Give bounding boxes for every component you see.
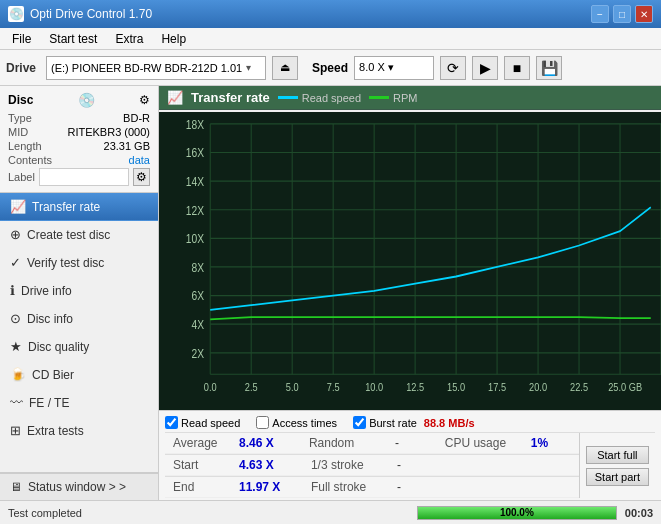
nav-item-disc-quality[interactable]: ★ Disc quality — [0, 333, 158, 361]
menu-help[interactable]: Help — [153, 30, 194, 48]
checkbox-read-speed[interactable]: Read speed — [165, 416, 240, 429]
svg-text:2X: 2X — [192, 347, 205, 360]
svg-text:0.0: 0.0 — [204, 381, 217, 393]
start-buttons-area: Start full Start part — [579, 433, 655, 498]
stat-random: Random - — [301, 433, 437, 454]
chart-container: 18X 16X 14X 12X 10X 8X 6X 4X 2X 0.0 2.5 … — [159, 112, 661, 410]
stats-area: Average 8.46 X Random - CPU usage 1% — [165, 433, 655, 498]
disc-mid-val: RITEKBR3 (000) — [67, 126, 150, 138]
fe-te-icon: 〰 — [10, 395, 23, 410]
disc-quality-icon: ★ — [10, 339, 22, 354]
start-part-button[interactable]: Start part — [586, 468, 649, 486]
svg-text:25.0 GB: 25.0 GB — [608, 381, 642, 393]
menu-file[interactable]: File — [4, 30, 39, 48]
nav-label-fe-te: FE / TE — [29, 396, 69, 410]
stat-empty2 — [441, 477, 579, 498]
legend-rpm-label: RPM — [393, 92, 417, 104]
checkbox-burst-rate-input[interactable] — [353, 416, 366, 429]
svg-text:10.0: 10.0 — [365, 381, 383, 393]
svg-text:18X: 18X — [186, 118, 205, 131]
legend-rpm-color — [369, 96, 389, 99]
svg-text:14X: 14X — [186, 175, 205, 188]
stop-button[interactable]: ■ — [504, 56, 530, 80]
disc-panel: Disc 💿 ⚙ Type BD-R MID RITEKBR3 (000) Le… — [0, 86, 158, 193]
disc-type-val: BD-R — [123, 112, 150, 124]
nav-item-cd-bier[interactable]: 🍺 CD Bier — [0, 361, 158, 389]
chart-title: Transfer rate — [191, 90, 270, 105]
speed-label: Speed — [312, 61, 348, 75]
legend-read-speed: Read speed — [278, 92, 361, 104]
svg-text:5.0: 5.0 — [286, 381, 299, 393]
create-test-disc-icon: ⊕ — [10, 227, 21, 242]
save-button[interactable]: 💾 — [536, 56, 562, 80]
disc-contents-val: data — [129, 154, 150, 166]
status-bar: Test completed 100.0% 00:03 — [0, 500, 661, 524]
disc-label-button[interactable]: ⚙ — [133, 168, 150, 186]
nav-item-verify-test-disc[interactable]: ✓ Verify test disc — [0, 249, 158, 277]
svg-text:22.5: 22.5 — [570, 381, 588, 393]
close-button[interactable]: ✕ — [635, 5, 653, 23]
maximize-button[interactable]: □ — [613, 5, 631, 23]
menu-start-test[interactable]: Start test — [41, 30, 105, 48]
nav-item-create-test-disc[interactable]: ⊕ Create test disc — [0, 221, 158, 249]
checkbox-access-times[interactable]: Access times — [256, 416, 337, 429]
stats-row-3: End 11.97 X Full stroke - — [165, 477, 579, 498]
legend-rpm: RPM — [369, 92, 417, 104]
disc-label-input[interactable] — [39, 168, 129, 186]
full-stroke-key: Full stroke — [311, 480, 391, 494]
disc-options-icon[interactable]: ⚙ — [139, 93, 150, 107]
nav-label-cd-bier: CD Bier — [32, 368, 74, 382]
eject-button[interactable]: ⏏ — [272, 56, 298, 80]
toolbar: Drive (E:) PIONEER BD-RW BDR-212D 1.01 ▾… — [0, 50, 661, 86]
svg-text:2.5: 2.5 — [245, 381, 258, 393]
stats-row-1: Average 8.46 X Random - CPU usage 1% — [165, 433, 579, 455]
nav-item-transfer-rate[interactable]: 📈 Transfer rate — [0, 193, 158, 221]
stat-average: Average 8.46 X — [165, 433, 301, 454]
checkbox-read-speed-input[interactable] — [165, 416, 178, 429]
nav-item-fe-te[interactable]: 〰 FE / TE — [0, 389, 158, 417]
one-third-key: 1/3 stroke — [311, 458, 391, 472]
disc-icon: 💿 — [78, 92, 95, 108]
status-window-label: Status window > > — [28, 480, 126, 494]
play-button[interactable]: ▶ — [472, 56, 498, 80]
transfer-rate-icon: 📈 — [10, 199, 26, 214]
nav-item-disc-info[interactable]: ⊙ Disc info — [0, 305, 158, 333]
nav-item-extra-tests[interactable]: ⊞ Extra tests — [0, 417, 158, 445]
end-key: End — [173, 480, 233, 494]
disc-type-row: Type BD-R — [8, 112, 150, 124]
disc-info-icon: ⊙ — [10, 311, 21, 326]
nav-label-disc-quality: Disc quality — [28, 340, 89, 354]
legend-read-speed-label: Read speed — [302, 92, 361, 104]
status-window-button[interactable]: 🖥 Status window > > — [0, 472, 158, 500]
menu-extra[interactable]: Extra — [107, 30, 151, 48]
refresh-button[interactable]: ⟳ — [440, 56, 466, 80]
nav-item-drive-info[interactable]: ℹ Drive info — [0, 277, 158, 305]
disc-contents-key: Contents — [8, 154, 52, 166]
average-key: Average — [173, 436, 233, 450]
svg-rect-0 — [159, 112, 661, 410]
drive-info-icon: ℹ — [10, 283, 15, 298]
app-icon: 💿 — [8, 6, 24, 22]
sidebar: Disc 💿 ⚙ Type BD-R MID RITEKBR3 (000) Le… — [0, 86, 159, 500]
svg-text:4X: 4X — [192, 318, 205, 331]
checkbox-burst-rate[interactable]: Burst rate 88.8 MB/s — [353, 416, 474, 429]
stat-full-stroke: Full stroke - — [303, 477, 441, 498]
stat-end: End 11.97 X — [165, 477, 303, 498]
speed-value: 8.0 X ▾ — [359, 61, 394, 74]
minimize-button[interactable]: − — [591, 5, 609, 23]
speed-selector[interactable]: 8.0 X ▾ — [354, 56, 434, 80]
disc-label-row: Label ⚙ — [8, 168, 150, 186]
start-full-button[interactable]: Start full — [586, 446, 649, 464]
disc-contents-row: Contents data — [8, 154, 150, 166]
drive-selector[interactable]: (E:) PIONEER BD-RW BDR-212D 1.01 ▾ — [46, 56, 266, 80]
progress-bar: 100.0% — [417, 506, 617, 520]
status-text: Test completed — [8, 507, 409, 519]
disc-length-row: Length 23.31 GB — [8, 140, 150, 152]
checkbox-access-times-input[interactable] — [256, 416, 269, 429]
cpu-key: CPU usage — [445, 436, 525, 450]
chart-bottom: Read speed Access times Burst rate 88.8 … — [159, 410, 661, 500]
disc-mid-key: MID — [8, 126, 28, 138]
chart-svg: 18X 16X 14X 12X 10X 8X 6X 4X 2X 0.0 2.5 … — [159, 112, 661, 410]
burst-rate-value: 88.8 MB/s — [424, 417, 475, 429]
chart-header: 📈 Transfer rate Read speed RPM — [159, 86, 661, 110]
